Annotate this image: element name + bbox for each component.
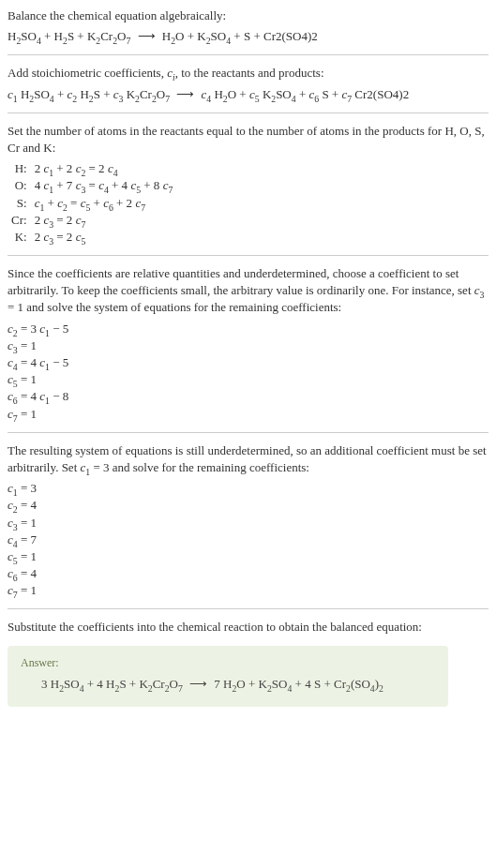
element-label: Cr: (11, 212, 35, 229)
element-label: H: (11, 160, 35, 177)
coefficient-value: c1 = 3 (8, 480, 488, 497)
underdetermined-text: Since the coefficients are relative quan… (8, 265, 488, 317)
answer-label: Answer: (21, 655, 435, 671)
divider (8, 54, 488, 55)
param-equation: c3 = 1 (8, 337, 488, 354)
element-equation: 4 c1 + 7 c3 = c4 + 4 c5 + 8 c7 (35, 177, 179, 194)
param-equation: c2 = 3 c1 − 5 (8, 321, 488, 337)
coefficient-value: c7 = 1 (8, 582, 488, 599)
unbalanced-equation: H2SO4 + H2S + K2Cr2O7 ⟶ H2O + K2SO4 + S … (8, 28, 488, 45)
element-equation: 2 c3 = 2 c5 (35, 229, 179, 246)
param-equation: c6 = 4 c1 − 8 (8, 388, 488, 405)
title: Balance the chemical equation algebraica… (8, 7, 488, 24)
coeff-equation: c1 H2SO4 + c2 H2S + c3 K2Cr2O7 ⟶ c4 H2O … (8, 86, 488, 103)
atom-equation-row: H:2 c1 + 2 c2 = 2 c4 (11, 160, 178, 177)
stoich-text: Add stoichiometric coefficients, ci, to … (8, 65, 488, 82)
coefficient-value: c5 = 1 (8, 548, 488, 565)
element-equation: c1 + c2 = c5 + c6 + 2 c7 (35, 195, 179, 212)
divider (8, 608, 488, 609)
element-label: O: (11, 177, 35, 194)
param-equation: c7 = 1 (8, 406, 488, 423)
divider (8, 432, 488, 433)
atom-equation-row: O:4 c1 + 7 c3 = c4 + 4 c5 + 8 c7 (11, 177, 178, 194)
element-equation: 2 c3 = 2 c7 (35, 212, 179, 229)
atom-equation-row: K:2 c3 = 2 c5 (11, 229, 178, 246)
element-equation: 2 c1 + 2 c2 = 2 c4 (35, 160, 179, 177)
element-label: K: (11, 229, 35, 246)
atom-equations-table: H:2 c1 + 2 c2 = 2 c4O:4 c1 + 7 c3 = c4 +… (11, 160, 178, 246)
coefficient-value: c2 = 4 (8, 497, 488, 514)
coefficient-value: c3 = 1 (8, 515, 488, 531)
answer-box: Answer: 3 H2SO4 + 4 H2S + K2Cr2O7 ⟶ 7 H2… (8, 646, 448, 707)
parametric-equations: c2 = 3 c1 − 5c3 = 1c4 = 4 c1 − 5c5 = 1c6… (8, 321, 488, 423)
param-equation: c4 = 4 c1 − 5 (8, 354, 488, 371)
coefficient-value: c4 = 7 (8, 531, 488, 548)
final-coefficients: c1 = 3c2 = 4c3 = 1c4 = 7c5 = 1c6 = 4c7 =… (8, 480, 488, 599)
element-label: S: (11, 195, 35, 212)
substitute-text: Substitute the coefficients into the che… (8, 619, 488, 636)
divider (8, 255, 488, 256)
divider (8, 112, 488, 113)
atom-equation-row: S:c1 + c2 = c5 + c6 + 2 c7 (11, 195, 178, 212)
param-equation: c5 = 1 (8, 371, 488, 388)
answer-equation: 3 H2SO4 + 4 H2S + K2Cr2O7 ⟶ 7 H2O + K2SO… (21, 676, 435, 693)
second-arbitrary-text: The resulting system of equations is sti… (8, 442, 488, 476)
atom-equation-row: Cr:2 c3 = 2 c7 (11, 212, 178, 229)
coefficient-value: c6 = 4 (8, 565, 488, 582)
atoms-text: Set the number of atoms in the reactants… (8, 123, 488, 157)
